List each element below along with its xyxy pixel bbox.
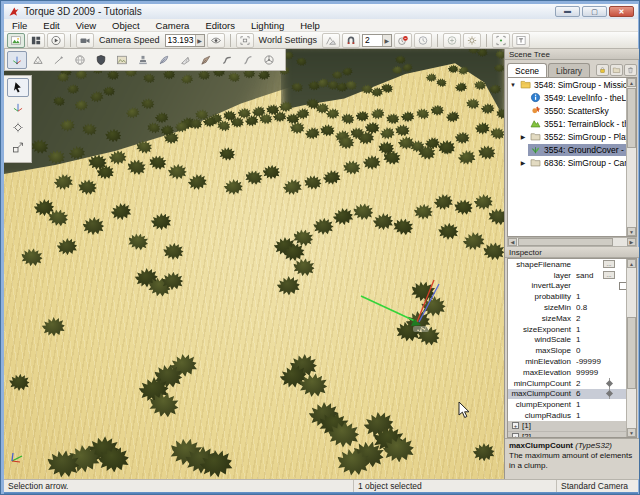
scroll-thumb[interactable] bbox=[627, 88, 636, 148]
inspector-row[interactable]: +[1] bbox=[508, 421, 627, 432]
property-value[interactable]: 99999 bbox=[576, 368, 627, 377]
snap-size-input[interactable]: 2 ▶ bbox=[362, 34, 392, 47]
expander-right-icon[interactable]: ▶ bbox=[518, 159, 528, 166]
scroll-thumb[interactable] bbox=[518, 238, 613, 246]
scroll-right-arrow[interactable]: ▶ bbox=[627, 238, 636, 246]
scroll-up-arrow[interactable]: ▲ bbox=[627, 78, 636, 87]
ruler-button[interactable] bbox=[322, 33, 340, 48]
property-value[interactable]: 2 bbox=[576, 314, 627, 323]
rotate-tool-button[interactable] bbox=[7, 118, 29, 137]
inspector-row[interactable]: maxElevation99999 bbox=[508, 367, 627, 378]
inspector-row[interactable]: layersand... bbox=[508, 270, 627, 281]
wheel-tool-button[interactable] bbox=[259, 51, 279, 69]
menu-lighting[interactable]: Lighting bbox=[243, 19, 292, 31]
inspector-row[interactable]: shapeFilename... bbox=[508, 259, 627, 270]
close-button[interactable]: ✕ bbox=[609, 6, 634, 17]
browse-button[interactable]: ... bbox=[603, 271, 615, 279]
property-value[interactable]: 1 bbox=[576, 335, 627, 344]
slope-tool-button[interactable] bbox=[49, 51, 69, 69]
new-group-button[interactable] bbox=[610, 64, 623, 76]
snap-size-spinner[interactable]: ▶ bbox=[382, 35, 391, 46]
feather-tool-button[interactable] bbox=[154, 51, 174, 69]
title-bar[interactable]: Torque 3D 2009 - Tutorials ▬ ▢ ✕ bbox=[4, 4, 638, 19]
inspector-row[interactable]: invertLayer bbox=[508, 281, 627, 292]
tab-scene[interactable]: Scene bbox=[507, 63, 547, 77]
property-value[interactable]: 0.8 bbox=[576, 303, 627, 312]
inspector-row[interactable]: windScale1 bbox=[508, 335, 627, 346]
terrain-tool-button[interactable] bbox=[112, 51, 132, 69]
stamp-tool-button[interactable] bbox=[133, 51, 153, 69]
text-tool-button[interactable] bbox=[512, 33, 530, 48]
inspector-row[interactable]: minClumpCount2 bbox=[508, 378, 627, 389]
play-button[interactable] bbox=[47, 33, 65, 48]
clock-button[interactable] bbox=[414, 33, 432, 48]
inspector-row[interactable]: clumpRadius1 bbox=[508, 410, 627, 421]
minimize-button[interactable]: ▬ bbox=[555, 6, 580, 17]
scene-tree-hscrollbar[interactable]: ◀ ▶ bbox=[507, 237, 637, 247]
scroll-up-arrow[interactable]: ▲ bbox=[627, 259, 636, 268]
move-gizmo-button[interactable] bbox=[7, 98, 29, 117]
path-tool-button[interactable] bbox=[238, 51, 258, 69]
inspector-vscrollbar[interactable]: ▲ ▼ bbox=[626, 259, 636, 437]
scene-tree-item[interactable]: ▶6836: SimGroup - CameraBookmarks bbox=[508, 156, 636, 169]
axis-tool-button[interactable] bbox=[7, 51, 27, 69]
delete-button[interactable] bbox=[624, 64, 637, 76]
snap-magnet-button[interactable] bbox=[342, 33, 360, 48]
property-value[interactable]: 1 bbox=[576, 292, 627, 301]
inspector-row[interactable]: sizeMax2 bbox=[508, 313, 627, 324]
scene-tree-item[interactable]: 3549: LevelInfo - theLevelInfo bbox=[508, 91, 636, 104]
scene-view-button[interactable] bbox=[7, 33, 25, 48]
scroll-down-arrow[interactable]: ▼ bbox=[627, 428, 636, 437]
inspector-row[interactable]: minElevation-99999 bbox=[508, 356, 627, 367]
scene-tree-item[interactable]: 3551: TerrainBlock - theTerrain bbox=[508, 117, 636, 130]
inspector-row[interactable]: sizeMin0.8 bbox=[508, 302, 627, 313]
menu-file[interactable]: File bbox=[4, 19, 35, 31]
maximize-button[interactable]: ▢ bbox=[582, 6, 607, 17]
expander-down-icon[interactable]: ▼ bbox=[508, 82, 518, 88]
property-value[interactable]: 2 bbox=[576, 379, 627, 388]
inspector-row[interactable]: probability1 bbox=[508, 291, 627, 302]
slider-handle-icon[interactable] bbox=[606, 390, 613, 397]
shield-tool-button[interactable] bbox=[91, 51, 111, 69]
property-value[interactable]: 6 bbox=[576, 389, 627, 398]
road-tool-button[interactable] bbox=[217, 51, 237, 69]
inspector-row[interactable]: sizeExponent1 bbox=[508, 324, 627, 335]
scroll-thumb[interactable] bbox=[627, 317, 636, 389]
browse-button[interactable]: ... bbox=[603, 260, 615, 268]
camera-menu-button[interactable] bbox=[76, 33, 94, 48]
inspector-row[interactable]: clumpExponent1 bbox=[508, 399, 627, 410]
property-value[interactable]: 0 bbox=[576, 346, 627, 355]
time-of-day-button[interactable] bbox=[463, 33, 481, 48]
camera-speed-input[interactable]: 13.193 ▶ bbox=[165, 34, 205, 47]
menu-object[interactable]: Object bbox=[104, 19, 147, 31]
inspector-row[interactable]: maxSlope0 bbox=[508, 345, 627, 356]
expander-right-icon[interactable]: ▶ bbox=[518, 133, 528, 140]
scroll-left-arrow[interactable]: ◀ bbox=[508, 238, 517, 246]
tab-library[interactable]: Library bbox=[548, 63, 590, 77]
focus-selection-button[interactable] bbox=[492, 33, 510, 48]
status-camera-dropdown[interactable]: Standard Camera bbox=[557, 480, 638, 492]
menu-camera[interactable]: Camera bbox=[148, 19, 198, 31]
scene-tree-item[interactable]: 3550: ScatterSky bbox=[508, 104, 636, 117]
value-slider[interactable] bbox=[605, 378, 614, 389]
menu-view[interactable]: View bbox=[68, 19, 104, 31]
mountain-tool-button[interactable] bbox=[28, 51, 48, 69]
camera-speed-spinner[interactable]: ▶ bbox=[195, 35, 204, 46]
property-value[interactable]: -99999 bbox=[576, 357, 627, 366]
scene-tree-item[interactable]: ▶3552: SimGroup - PlayerDropPoints bbox=[508, 130, 636, 143]
value-slider[interactable] bbox=[605, 389, 614, 400]
scene-tree-vscrollbar[interactable]: ▲ ▼ bbox=[626, 78, 636, 236]
scroll-down-arrow[interactable]: ▼ bbox=[627, 227, 636, 236]
layout-button[interactable] bbox=[27, 33, 45, 48]
scene-tree-item[interactable]: 3554: GroundCover - field bbox=[508, 143, 636, 156]
dart-tool-button[interactable] bbox=[196, 51, 216, 69]
sphere-tool-button[interactable] bbox=[70, 51, 90, 69]
slider-handle-icon[interactable] bbox=[606, 380, 613, 387]
scale-tool-button[interactable] bbox=[7, 138, 29, 157]
inspector-row[interactable]: maxClumpCount6 bbox=[508, 389, 627, 400]
expand-plus-icon[interactable]: + bbox=[512, 422, 519, 429]
add-object-button[interactable] bbox=[443, 33, 461, 48]
property-value[interactable]: sand bbox=[576, 271, 627, 280]
viewport-3d[interactable] bbox=[4, 49, 504, 479]
menu-editors[interactable]: Editors bbox=[197, 19, 243, 31]
